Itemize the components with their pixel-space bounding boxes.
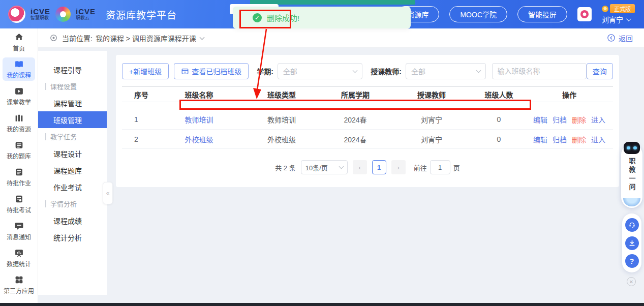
enter-link[interactable]: 进入	[591, 134, 605, 144]
apps-icon	[14, 275, 24, 285]
breadcrumb-path[interactable]: 我的课程 > 调用资源库课程开课	[96, 33, 196, 43]
sidebar-item-data-statistics[interactable]: 数据统计	[3, 246, 35, 269]
sidebar-item-my-resources[interactable]: 我的资源	[3, 111, 35, 135]
assistant-widget[interactable]: 职教一问	[621, 144, 642, 208]
app-title: 资源库教学平台	[106, 8, 177, 21]
menu-item-course-guide[interactable]: 课程引导	[38, 61, 107, 78]
menu-section-course-settings: 课程设置	[38, 78, 107, 95]
sidebar-item-home[interactable]: 首页	[3, 30, 35, 54]
chevron-down-icon[interactable]	[199, 35, 204, 40]
menu-item-homework-exam[interactable]: 作业考试	[38, 178, 107, 195]
homework-icon	[14, 167, 24, 177]
icve-dot-icon	[580, 10, 589, 18]
sidebar-collapse-handle[interactable]: «	[103, 182, 113, 204]
menu-item-course-grades[interactable]: 课程成绩	[38, 212, 107, 229]
logo-area: iCVE 智慧职教 iCVE 职教云 资源库教学平台	[8, 6, 177, 23]
class-name-input[interactable]	[492, 63, 587, 79]
edit-link[interactable]: 编辑	[533, 134, 547, 144]
back-button[interactable]: 返回	[607, 33, 633, 43]
stats-icon	[14, 248, 24, 258]
water-decoration	[623, 198, 640, 206]
teacher-select[interactable]: 全部	[406, 63, 486, 79]
archive-link[interactable]: 归档	[553, 134, 567, 144]
annotation-box-table-row	[179, 100, 531, 110]
user-menu[interactable]: 刘宵宁	[602, 14, 630, 24]
icve-zhihuizhijiao-logo-icon	[8, 6, 25, 23]
chevron-down-icon	[476, 68, 481, 73]
sidebar-item-my-question-bank[interactable]: 我的题库	[3, 138, 35, 162]
enter-link[interactable]: 进入	[591, 114, 605, 125]
page-size-select[interactable]: 10条/页	[301, 160, 348, 174]
app-switcher-icon[interactable]	[577, 7, 592, 21]
delete-link[interactable]: 删除	[572, 134, 586, 144]
logo-secondary-sub: 职教云	[76, 16, 96, 20]
query-button[interactable]: 查询	[587, 63, 613, 79]
class-table: 序号 班级名称 班级类型 所属学期 授课教师 班级人数 操作 1 教师培训 教师…	[122, 86, 613, 149]
cell-class-type: 教师培训	[243, 110, 320, 130]
cell-semester: 2024春	[320, 130, 391, 149]
delete-link[interactable]: 删除	[572, 114, 586, 125]
assistant-label: 职教一问	[627, 158, 637, 192]
sidebar-item-pending-homework[interactable]: 待批作业	[3, 165, 35, 189]
chevron-down-icon	[339, 164, 344, 169]
logo-primary-sub: 智慧职教	[30, 16, 50, 20]
view-archived-classes-button[interactable]: 查看已归档班级	[174, 63, 249, 79]
content-card: +新增班级 查看已归档班级 学期: 全部 授课教师: 全部 查询 序号	[116, 55, 619, 187]
question-bank-icon	[14, 140, 24, 150]
version-badge: 正式版	[610, 4, 635, 13]
cell-student-count: 0	[472, 130, 526, 149]
header-index: 序号	[122, 87, 155, 102]
add-class-button[interactable]: +新增班级	[122, 63, 169, 79]
table-row: 2 外校班级 外校班级 2024春 刘宵宁 0 编辑 归档 删除 进入	[122, 130, 613, 149]
video-icon	[14, 86, 24, 96]
class-name-link[interactable]: 教师培训	[185, 116, 213, 124]
prev-page-button[interactable]: ‹	[353, 160, 367, 174]
toolbar: +新增班级 查看已归档班级 学期: 全部 授课教师: 全部 查询	[122, 63, 613, 79]
help-button[interactable]: ?	[625, 254, 639, 268]
sidebar-item-my-courses[interactable]: 我的课程	[3, 57, 35, 81]
cell-student-count: 0	[472, 110, 526, 130]
menu-item-statistical-analysis[interactable]: 统计分析	[38, 229, 107, 246]
annotation-arrow	[249, 28, 274, 102]
location-pin-icon	[49, 34, 58, 42]
archive-link[interactable]: 归档	[553, 114, 567, 125]
annotation-box-toast	[239, 10, 291, 28]
library-icon	[14, 113, 24, 123]
menu-item-course-management[interactable]: 课程管理	[38, 95, 107, 111]
download-button[interactable]	[625, 236, 639, 250]
cell-index: 1	[122, 110, 155, 130]
goto-suffix: 页	[453, 163, 460, 172]
cell-index: 2	[122, 130, 155, 149]
close-floating-button[interactable]: ✕	[627, 277, 636, 286]
sidebar-item-notifications[interactable]: 消息通知	[3, 219, 35, 242]
page-number-button[interactable]: 1	[372, 160, 386, 174]
menu-item-course-design[interactable]: 课程设计	[38, 145, 107, 162]
back-arrow-icon	[607, 34, 616, 42]
pagination: 共 2 条 10条/页 ‹ 1 › 前往 页	[122, 160, 613, 174]
cell-class-type: 外校班级	[243, 130, 320, 149]
chevron-down-icon	[626, 16, 631, 21]
download-icon	[628, 239, 636, 247]
semester-select[interactable]: 全部	[278, 63, 362, 79]
menu-sidebar: 课程引导 课程设置 课程管理 班级管理 教学任务 课程设计 课程题库 作业考试 …	[38, 51, 107, 295]
robot-icon	[624, 142, 640, 154]
class-name-link[interactable]: 外校班级	[185, 136, 213, 144]
menu-item-course-question-bank[interactable]: 课程题库	[38, 162, 107, 178]
user-block: 正式版 刘宵宁	[602, 4, 635, 24]
sidebar-item-classroom-teaching[interactable]: 课堂教学	[3, 84, 35, 108]
menu-item-class-management[interactable]: 班级管理	[38, 111, 107, 128]
breadcrumb-label: 当前位置:	[62, 33, 93, 43]
nav-mooc-button[interactable]: MOOC学院	[449, 6, 507, 22]
edit-link[interactable]: 编辑	[533, 114, 547, 125]
support-button[interactable]	[625, 218, 639, 232]
pagination-total: 共 2 条	[275, 163, 295, 172]
next-page-button[interactable]: ›	[391, 160, 406, 174]
archive-box-icon	[181, 67, 189, 75]
sidebar-item-third-party-apps[interactable]: 第三方应用	[3, 273, 35, 296]
nav-smart-cast-button[interactable]: 智能投屏	[517, 6, 567, 22]
goto-page-input[interactable]	[430, 160, 450, 174]
breadcrumb-bar: 当前位置: 我的课程 > 调用资源库课程开课 返回	[38, 28, 644, 48]
sidebar-item-pending-exams[interactable]: 待批考试	[3, 192, 35, 216]
goto-prefix: 前往	[414, 163, 427, 172]
back-label: 返回	[619, 33, 633, 43]
